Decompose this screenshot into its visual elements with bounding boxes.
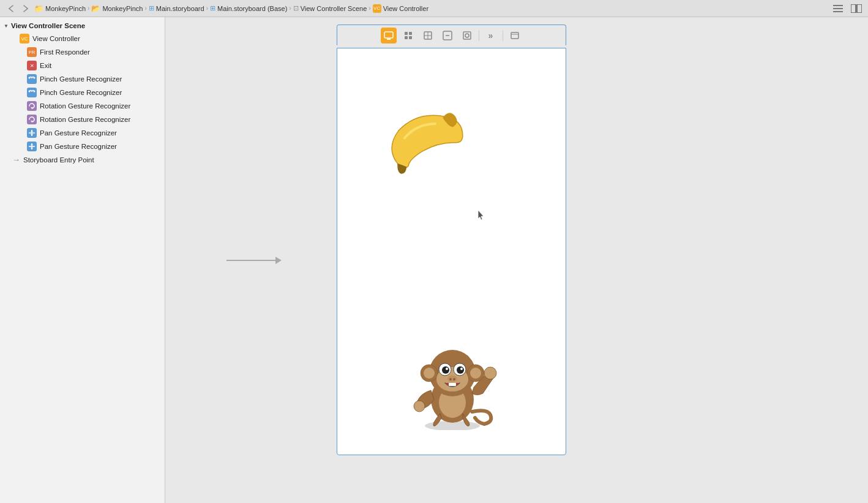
svg-marker-14 bbox=[31, 134, 33, 136]
svg-rect-4 bbox=[857, 4, 862, 13]
breadcrumb-main-storyboard-base[interactable]: ⊞ Main.storyboard (Base) bbox=[210, 4, 287, 12]
sidebar-item-exit[interactable]: ✕ Exit bbox=[0, 59, 165, 72]
sidebar-section-header[interactable]: ▼ View Controller Scene bbox=[0, 20, 165, 32]
svg-point-54 bbox=[453, 378, 455, 380]
svg-rect-23 bbox=[405, 36, 408, 39]
breadcrumb-label: MonkeyPinch bbox=[102, 5, 143, 12]
sidebar-item-label: View Controller bbox=[32, 35, 80, 42]
sidebar-item-rotation-1[interactable]: Rotation Gesture Recognizer bbox=[0, 99, 165, 113]
object-library-button[interactable] bbox=[400, 28, 416, 43]
main-layout: ▼ View Controller Scene VC View Controll… bbox=[0, 17, 868, 503]
svg-marker-13 bbox=[31, 130, 33, 132]
breadcrumb-vc[interactable]: VC View Controller bbox=[373, 4, 428, 13]
nav-back-button[interactable] bbox=[5, 2, 17, 15]
svg-rect-51 bbox=[449, 383, 456, 386]
storyboard-icon: ⊞ bbox=[149, 4, 154, 12]
breadcrumb-separator: › bbox=[289, 5, 291, 12]
breadcrumb-monkeypinch-root[interactable]: 📁 MonkeyPinch bbox=[34, 4, 86, 13]
rotation-gesture-icon-2 bbox=[27, 115, 37, 124]
svg-marker-17 bbox=[31, 143, 33, 145]
svg-rect-19 bbox=[384, 32, 393, 38]
vc-icon: VC bbox=[373, 4, 381, 13]
sidebar-item-storyboard-entry[interactable]: → Storyboard Entry Point bbox=[0, 153, 165, 166]
sidebar-item-pan-1[interactable]: Pan Gesture Recognizer bbox=[0, 126, 165, 140]
pinch-gesture-icon-2 bbox=[27, 88, 37, 97]
svg-point-37 bbox=[484, 367, 496, 379]
breadcrumb-monkeypinch-sub[interactable]: 📂 MonkeyPinch bbox=[91, 4, 143, 13]
first-responder-icon: FR bbox=[27, 47, 37, 57]
top-bar-right bbox=[831, 3, 863, 14]
banana-image[interactable] bbox=[374, 110, 478, 177]
edit-constraints-button[interactable] bbox=[440, 28, 455, 43]
breadcrumb-separator: › bbox=[206, 5, 208, 12]
view-controller-container: » bbox=[337, 48, 566, 455]
breadcrumb-label: Main.storyboard (Base) bbox=[217, 5, 287, 12]
sidebar-item-label: Rotation Gesture Recognizer bbox=[40, 102, 130, 110]
sidebar-section-title: View Controller Scene bbox=[11, 22, 85, 29]
canvas-area[interactable]: » bbox=[165, 17, 868, 503]
svg-point-41 bbox=[424, 368, 435, 379]
sidebar-item-label: Pinch Gesture Recognizer bbox=[40, 75, 122, 83]
svg-marker-18 bbox=[31, 148, 33, 149]
more-options-button[interactable]: » bbox=[483, 28, 499, 43]
simulated-metrics-button[interactable] bbox=[507, 28, 523, 43]
entry-point-arrow bbox=[226, 257, 282, 264]
sidebar-item-pinch-2[interactable]: Pinch Gesture Recognizer bbox=[0, 86, 165, 99]
svg-point-8 bbox=[34, 91, 36, 93]
sidebar-item-label: Pan Gesture Recognizer bbox=[40, 129, 117, 137]
svg-point-31 bbox=[465, 34, 469, 37]
nav-forward-button[interactable] bbox=[20, 2, 32, 15]
view-as-button[interactable] bbox=[381, 28, 397, 43]
svg-point-48 bbox=[457, 366, 464, 374]
sidebar-item-pinch-1[interactable]: Pinch Gesture Recognizer bbox=[0, 72, 165, 86]
svg-point-53 bbox=[449, 378, 452, 380]
svg-rect-22 bbox=[409, 32, 412, 35]
svg-rect-20 bbox=[387, 39, 391, 40]
svg-point-47 bbox=[442, 366, 449, 374]
toolbar-separator-2 bbox=[503, 30, 503, 41]
sidebar-item-label: Storyboard Entry Point bbox=[23, 156, 94, 164]
svg-point-7 bbox=[29, 91, 31, 93]
breadcrumb-vc-scene[interactable]: ⊡ View Controller Scene bbox=[293, 4, 367, 12]
sidebar-item-view-controller[interactable]: VC View Controller bbox=[0, 32, 165, 45]
sidebar: ▼ View Controller Scene VC View Controll… bbox=[0, 17, 165, 503]
svg-point-43 bbox=[470, 368, 481, 379]
svg-point-5 bbox=[29, 77, 31, 79]
svg-point-49 bbox=[446, 368, 448, 370]
svg-rect-24 bbox=[409, 36, 412, 39]
breadcrumb-separator: › bbox=[369, 5, 370, 12]
iphone-frame[interactable] bbox=[337, 48, 566, 455]
svg-rect-32 bbox=[511, 32, 518, 39]
rotation-gesture-icon bbox=[27, 101, 37, 111]
vc-toolbar: » bbox=[337, 25, 566, 45]
svg-point-52 bbox=[447, 376, 457, 382]
sidebar-item-pan-2[interactable]: Pan Gesture Recognizer bbox=[0, 140, 165, 153]
pan-gesture-icon bbox=[27, 128, 37, 138]
breadcrumb-separator: › bbox=[88, 5, 89, 12]
sidebar-item-label: Pinch Gesture Recognizer bbox=[40, 89, 122, 96]
sidebar-item-first-responder[interactable]: FR First Responder bbox=[0, 45, 165, 59]
breadcrumb-label: View Controller Scene bbox=[301, 5, 367, 12]
pan-gesture-icon-2 bbox=[27, 142, 37, 151]
split-view-button[interactable] bbox=[850, 3, 863, 14]
exit-icon: ✕ bbox=[27, 61, 37, 70]
constraints-button[interactable] bbox=[420, 28, 436, 43]
sidebar-item-label: Exit bbox=[40, 62, 51, 69]
breadcrumb-separator: › bbox=[144, 5, 146, 12]
breadcrumb-label: Main.storyboard bbox=[156, 5, 204, 12]
toolbar-separator bbox=[479, 30, 479, 41]
scene-icon: ⊡ bbox=[293, 4, 299, 12]
svg-rect-21 bbox=[405, 32, 408, 35]
arrow-line bbox=[226, 260, 275, 261]
sidebar-item-rotation-2[interactable]: Rotation Gesture Recognizer bbox=[0, 113, 165, 126]
svg-rect-3 bbox=[851, 4, 856, 13]
align-button[interactable] bbox=[459, 28, 475, 43]
hamburger-menu-button[interactable] bbox=[831, 3, 845, 14]
arrow-head bbox=[275, 257, 282, 264]
monkey-image[interactable] bbox=[398, 323, 506, 430]
breadcrumb-main-storyboard[interactable]: ⊞ Main.storyboard bbox=[149, 4, 204, 12]
sidebar-item-label: Pan Gesture Recognizer bbox=[40, 143, 117, 150]
entry-arrow-icon: → bbox=[12, 155, 20, 164]
mouse-cursor bbox=[478, 210, 485, 221]
pinch-gesture-icon bbox=[27, 74, 37, 84]
